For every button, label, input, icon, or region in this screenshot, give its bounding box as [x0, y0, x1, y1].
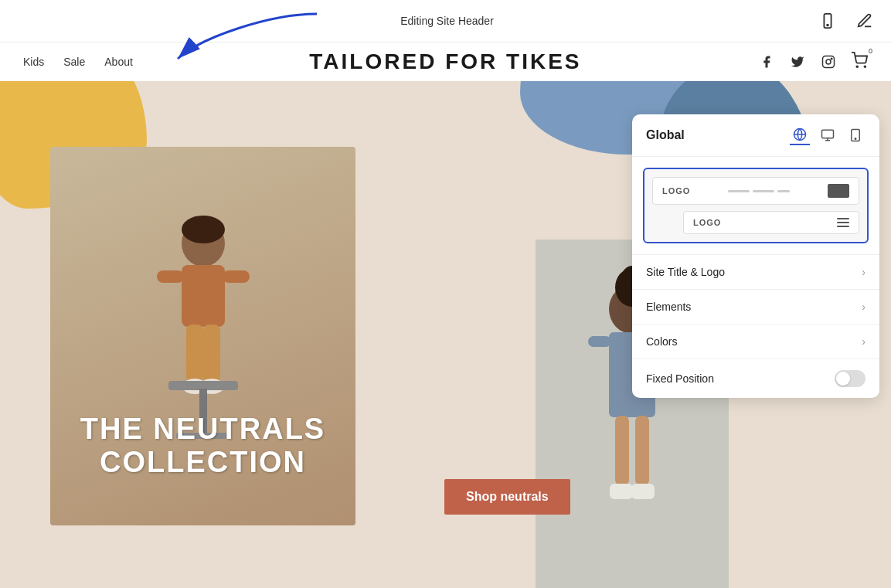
preview-line-2 [753, 190, 774, 192]
panel-preview: LOGO LOGO [643, 168, 869, 243]
photo-left: THE NEUTRALS COLLECTION [50, 147, 355, 525]
preview-line-1 [728, 190, 750, 192]
svg-rect-10 [182, 265, 225, 327]
svg-rect-25 [588, 336, 611, 347]
hamburger-line-2 [837, 222, 849, 223]
photo-overlay-text: THE NEUTRALS COLLECTION [80, 413, 325, 479]
facebook-icon[interactable] [758, 53, 775, 70]
hamburger-icon [837, 218, 849, 227]
svg-point-5 [831, 58, 832, 59]
overlay-line2: COLLECTION [80, 446, 325, 479]
row-label-elements: Elements [646, 301, 691, 313]
preview-line-3 [777, 190, 790, 192]
svg-rect-28 [635, 416, 649, 485]
preview-mobile: LOGO [683, 211, 859, 234]
svg-rect-14 [203, 325, 220, 382]
arrow-annotation [155, 6, 325, 71]
svg-rect-27 [615, 416, 629, 485]
site-nav: Kids Sale About [23, 56, 133, 68]
svg-rect-11 [157, 270, 184, 283]
svg-point-1 [827, 25, 828, 26]
svg-point-34 [855, 138, 856, 140]
toolbar: Editing Site Header [0, 0, 891, 42]
panel-title: Global [646, 128, 685, 142]
preview-nav-lines [728, 190, 790, 192]
instagram-icon[interactable] [820, 53, 837, 70]
svg-rect-30 [631, 484, 655, 499]
toolbar-right [817, 10, 876, 32]
panel-header: Global [632, 114, 879, 157]
svg-rect-3 [822, 56, 834, 68]
mobile-icon[interactable] [845, 125, 865, 145]
nav-about[interactable]: About [104, 56, 133, 68]
hamburger-line-3 [837, 226, 849, 227]
shop-button[interactable]: Shop neutrals [444, 479, 570, 515]
site-title: TAILORED FOR TIKES [309, 49, 581, 74]
mobile-preview-icon[interactable] [817, 10, 838, 32]
desktop-icon[interactable] [818, 125, 838, 145]
panel-device-icons [790, 125, 865, 145]
settings-panel: Global [632, 114, 879, 398]
edit-icon[interactable] [854, 10, 876, 32]
globe-icon[interactable] [790, 125, 810, 145]
fixed-position-toggle[interactable] [835, 370, 865, 387]
preview-dark-block [828, 184, 849, 198]
row-label-fixed-position: Fixed Position [646, 372, 714, 385]
preview-desktop: LOGO [652, 177, 859, 205]
editing-label: Editing Site Header [400, 15, 494, 27]
toolbar-center: Editing Site Header [400, 15, 494, 27]
cart-icon[interactable]: 0 [851, 52, 868, 72]
panel-row-fixed-position[interactable]: Fixed Position [632, 359, 879, 398]
panel-row-colors[interactable]: Colors › [632, 324, 879, 359]
svg-point-6 [856, 66, 858, 67]
nav-sale[interactable]: Sale [63, 56, 85, 68]
panel-row-elements[interactable]: Elements › [632, 289, 879, 324]
svg-rect-29 [610, 484, 633, 499]
header-right: 0 [758, 52, 868, 72]
preview-logo-desktop: LOGO [662, 186, 690, 195]
svg-rect-13 [186, 325, 203, 382]
chevron-icon-elements: › [862, 301, 865, 313]
nav-kids[interactable]: Kids [23, 56, 44, 68]
preview-logo-mobile: LOGO [693, 218, 721, 227]
row-label-colors: Colors [646, 335, 677, 348]
svg-point-4 [826, 59, 831, 64]
svg-rect-12 [223, 270, 250, 283]
panel-row-site-title[interactable]: Site Title & Logo › [632, 254, 879, 289]
cart-badge: 0 [869, 47, 872, 55]
overlay-line1: THE NEUTRALS [80, 413, 325, 446]
svg-rect-32 [822, 130, 834, 138]
row-label-site-title: Site Title & Logo [646, 266, 725, 278]
site-header: Kids Sale About TAILORED FOR TIKES 0 [0, 42, 891, 81]
chevron-icon-site-title: › [862, 266, 865, 278]
hamburger-line-1 [837, 218, 849, 219]
twitter-icon[interactable] [789, 53, 806, 70]
svg-point-7 [864, 66, 865, 67]
toggle-knob [836, 372, 850, 386]
chevron-icon-colors: › [862, 335, 865, 348]
svg-point-9 [182, 216, 225, 243]
